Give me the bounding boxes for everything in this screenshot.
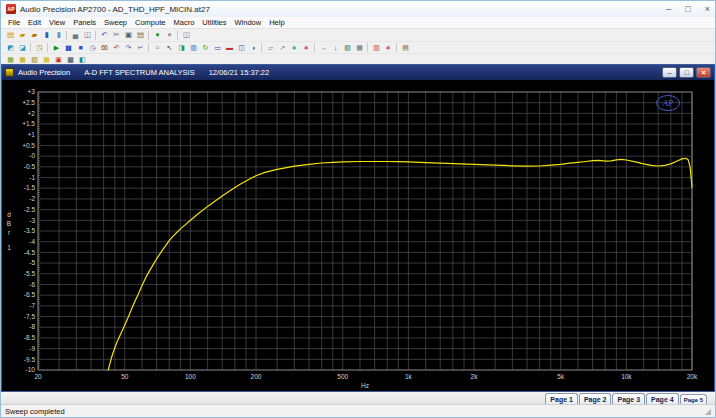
svg-text:-4.5: -4.5	[24, 249, 36, 256]
halt-icon[interactable]: ↵	[134, 43, 146, 53]
cut-icon[interactable]: ✂	[110, 30, 122, 41]
settling-panel-icon[interactable]: ▩	[64, 55, 76, 64]
settling-icon[interactable]: 66	[98, 43, 110, 53]
regulation-panel-icon[interactable]: ▣	[52, 55, 64, 64]
sweep-stop-icon[interactable]: ■	[74, 43, 86, 53]
menu-compute[interactable]: Compute	[131, 18, 169, 27]
analog-analyzer-panel-icon[interactable]: ◩	[4, 43, 16, 53]
svg-text:-5.5: -5.5	[24, 270, 36, 277]
digital-io-panel-icon[interactable]: ▭	[211, 43, 223, 53]
mini-scope-icon[interactable]: ▱	[264, 43, 276, 53]
undo-icon[interactable]: ↶	[98, 30, 110, 41]
spectrum-plot: +3+2.5+2+1.5+1+0.5-0-0.5-1-1.5-2-2.5-3-3…	[2, 80, 714, 391]
toolbar-separator	[95, 31, 96, 40]
bargraph2-panel-icon[interactable]: ▦	[40, 55, 52, 64]
svg-text:20k: 20k	[687, 373, 698, 380]
offline-icon[interactable]: ●	[163, 30, 175, 41]
minimize-button[interactable]: –	[666, 5, 671, 14]
sweep-timer-icon[interactable]: ◷	[86, 43, 98, 53]
sweep-start-icon[interactable]: ▶	[50, 43, 62, 53]
data-editor-panel-icon[interactable]: ▧	[28, 55, 40, 64]
svg-text:+1: +1	[28, 131, 36, 138]
svg-text:-0.5: -0.5	[24, 163, 36, 170]
print-icon[interactable]: ▄	[69, 30, 81, 41]
mini-cursor-icon[interactable]: ↗	[276, 43, 288, 53]
svg-text:-3.5: -3.5	[24, 227, 36, 234]
open-test-icon[interactable]: ▰	[16, 30, 28, 41]
svg-text:+2.5: +2.5	[22, 99, 35, 106]
monitor-speaker-icon[interactable]: ◖	[247, 43, 259, 53]
sync-panel-icon[interactable]: ↻	[199, 43, 211, 53]
status-bits-panel-icon[interactable]: ◫	[235, 43, 247, 53]
page-tab-page-1[interactable]: Page 1	[545, 393, 578, 404]
test-browser-icon[interactable]: ◳	[33, 43, 45, 53]
svg-text:10k: 10k	[621, 373, 632, 380]
copy-icon[interactable]: ▣	[122, 30, 134, 41]
menu-file[interactable]: File	[4, 18, 24, 27]
level-panel-icon[interactable]: ▥	[187, 43, 199, 53]
append-data-icon[interactable]: ↓	[329, 43, 341, 53]
menu-help[interactable]: Help	[265, 18, 288, 27]
marker-delete-icon[interactable]: ∗	[300, 43, 312, 53]
menu-edit[interactable]: Edit	[24, 18, 45, 27]
online-icon[interactable]: ●	[151, 30, 163, 41]
cursor-panel-icon[interactable]: ↖	[163, 43, 175, 53]
menu-window[interactable]: Window	[230, 18, 265, 27]
toolbar-separator	[148, 43, 149, 52]
window-layout-icon[interactable]: ▦	[353, 43, 365, 53]
title-bar[interactable]: AP Audio Precision AP2700 - AD_THD_HPF_M…	[1, 1, 715, 17]
svg-text:1k: 1k	[405, 373, 413, 380]
chart-minimize-button[interactable]: –	[662, 67, 677, 78]
page-tab-page-3[interactable]: Page 3	[612, 393, 645, 404]
svg-text:B: B	[7, 220, 11, 227]
svg-text:-8.5: -8.5	[24, 334, 36, 341]
toolbar-separator	[66, 31, 67, 40]
repeat-icon[interactable]: ↷	[122, 43, 134, 53]
save-test-icon[interactable]: ▮	[40, 30, 52, 41]
append-test-icon[interactable]: ▰	[28, 30, 40, 41]
analog-out-panel-icon[interactable]: ▬	[223, 43, 235, 53]
meter-panel-icon[interactable]: ◨	[175, 43, 187, 53]
svg-text:200: 200	[251, 373, 262, 380]
go-to-icon[interactable]: →	[317, 43, 329, 53]
toolbar-separator	[367, 43, 368, 52]
svg-text:500: 500	[337, 373, 348, 380]
chart-window: Audio Precision A-D FFT SPECTRUM ANALYSI…	[1, 64, 715, 392]
graph-panel-icon[interactable]: ▧	[341, 43, 353, 53]
toolbar-separator	[261, 43, 262, 52]
menu-sweep[interactable]: Sweep	[100, 18, 131, 27]
regulation-icon[interactable]: ↶	[110, 43, 122, 53]
maximize-button[interactable]: □	[685, 5, 690, 14]
save-data-icon[interactable]: ▮	[52, 30, 64, 41]
chart-restore-button[interactable]: □	[679, 67, 694, 78]
page-tab-strip: Page 1Page 2Page 3Page 4Page 5	[1, 392, 715, 404]
menu-bar: FileEditViewPanelsSweepComputeMacroUtili…	[1, 17, 715, 29]
bargraph-yellow-panel-icon[interactable]: ▦	[16, 55, 28, 64]
page-tab-page-4[interactable]: Page 4	[646, 393, 679, 404]
bargraph-panel-icon[interactable]: ▥	[370, 43, 382, 53]
menu-panels[interactable]: Panels	[69, 18, 100, 27]
menu-view[interactable]: View	[45, 18, 69, 27]
marker-add-icon[interactable]: ∗	[288, 43, 300, 53]
chart-title-bar[interactable]: Audio Precision A-D FFT SPECTRUM ANALYSI…	[2, 65, 714, 80]
svg-text:-7: -7	[29, 302, 35, 309]
panel-layout-icon[interactable]: ◫	[180, 30, 192, 41]
resize-grip[interactable]: ◢	[705, 407, 711, 416]
scope-panel-icon[interactable]: ≈	[151, 43, 163, 53]
menu-utilities[interactable]: Utilities	[198, 18, 230, 27]
analog-generator-panel-icon[interactable]: ◪	[16, 43, 28, 53]
test-notes-icon[interactable]: ▤	[399, 43, 411, 53]
paste-icon[interactable]: ▤	[134, 30, 146, 41]
page-tab-page-2[interactable]: Page 2	[579, 393, 612, 404]
new-test-icon[interactable]: ▤	[4, 30, 16, 41]
sweep-page-panel-icon[interactable]: ▦	[4, 55, 16, 64]
menu-macro[interactable]: Macro	[169, 18, 198, 27]
chart-close-button[interactable]: ×	[696, 67, 711, 78]
failures-icon[interactable]: ∗	[382, 43, 394, 53]
page-tab-page-5[interactable]: Page 5	[680, 394, 707, 404]
close-button[interactable]: ×	[705, 5, 710, 14]
toolbar-separator	[47, 43, 48, 52]
print-preview-icon[interactable]: ◫	[81, 30, 93, 41]
display-panel-icon[interactable]: ◧	[76, 55, 88, 64]
sweep-pause-icon[interactable]: ▮▮	[62, 43, 74, 53]
